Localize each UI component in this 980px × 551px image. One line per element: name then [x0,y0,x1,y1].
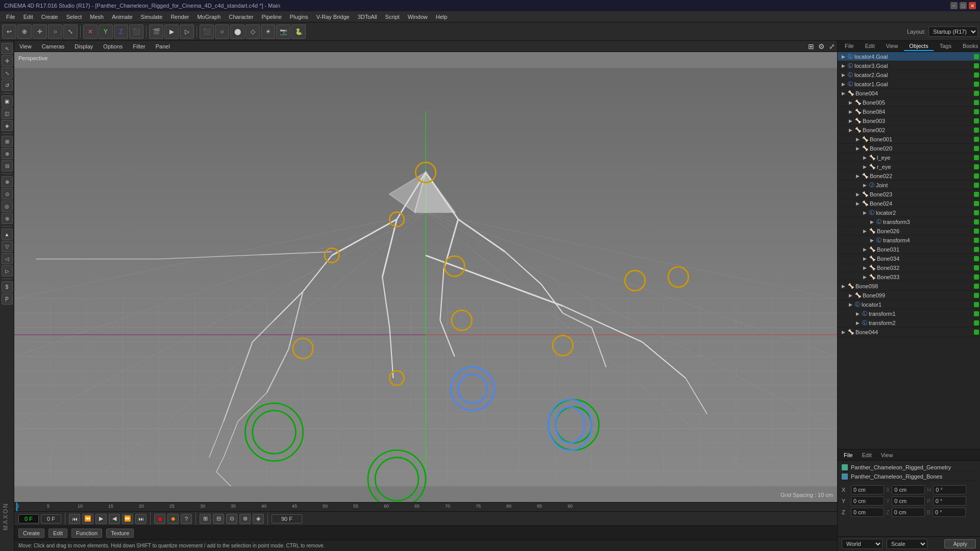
tool-move[interactable]: ✛ [2,55,13,66]
right-tab-view[interactable]: View [881,42,903,51]
tool-scale[interactable]: ⤡ [2,67,13,79]
toolbar-sphere[interactable]: ○ [215,24,229,39]
menu-item-file[interactable]: File [2,13,19,21]
frame-end-display[interactable]: 90 F [272,514,302,523]
tree-item[interactable]: ▶🦴Bone004 [838,89,980,98]
menu-item-window[interactable]: Window [404,13,432,21]
menu-item-animate[interactable]: Animate [108,13,136,21]
menu-item-script[interactable]: Script [381,13,404,21]
tree-item[interactable]: ▶Ⓛlocator1.Goal [838,80,980,89]
vp-menu-panel[interactable]: Panel [153,42,173,51]
menu-item-mesh[interactable]: Mesh [86,13,108,21]
menu-item-v-ray bridge[interactable]: V-Ray Bridge [312,13,354,21]
tool-select[interactable]: ↖ [2,43,13,54]
tree-item[interactable]: ▶🦴Bone084 [838,107,980,116]
toolbar-select[interactable]: ⊕ [17,24,32,39]
viewport[interactable]: Perspective [14,52,837,502]
tree-item[interactable]: ▶🦴Bone005 [838,98,980,107]
tool-knife[interactable]: ⊗ [2,176,13,187]
tool-snap[interactable]: ⊞ [2,136,13,147]
tool-mirror[interactable]: ⊟ [2,160,13,171]
coord-z-input[interactable] [851,508,884,517]
toolbar-z[interactable]: Z [114,24,128,39]
toolbar-move[interactable]: ✛ [33,24,47,39]
toolbar-python[interactable]: 🐍 [291,24,306,39]
toolbar-cam[interactable]: 📷 [276,24,290,39]
right-tab-file[interactable]: File [840,42,859,51]
vp-menu-display[interactable]: Display [71,42,96,51]
track-function-btn[interactable]: Function [71,529,102,538]
menu-item-mograph[interactable]: MoGraph [193,13,225,21]
timeline[interactable]: 051015202530354045505560657075808590 [14,502,837,511]
transport-key4[interactable]: ⊛ [239,514,251,524]
toolbar-coord[interactable]: ⬛ [129,24,143,39]
tree-item[interactable]: ▶Ⓛtransform4 [838,236,980,245]
transport-key[interactable]: ⊞ [200,514,211,524]
tree-item[interactable]: ▶🦴Bone032 [838,263,980,272]
close-button[interactable]: ✕ [969,2,976,9]
vp-menu-view[interactable]: View [16,42,35,51]
tree-item[interactable]: ▶Ⓛlocator4.Goal [838,52,980,61]
tool-sculpt3[interactable]: ◁ [2,253,13,264]
menu-item-select[interactable]: Select [62,13,86,21]
track-edit-btn[interactable]: Edit [48,529,67,538]
coord-x-input[interactable] [851,485,884,494]
toolbar-y[interactable]: Y [99,24,113,39]
coord-y-input[interactable] [851,496,884,506]
toolbar-cylinder[interactable]: ⬤ [230,24,244,39]
frame-start-display[interactable]: 0 F [18,514,39,523]
toolbar-x[interactable]: ✕ [83,24,97,39]
transport-prev[interactable]: ⏪ [82,514,93,524]
minimize-button[interactable]: − [950,2,958,9]
apply-button[interactable]: Apply [944,539,976,548]
tree-item[interactable]: ▶🦴Bone031 [838,245,980,254]
tree-item[interactable]: ▶🦴Bone034 [838,254,980,263]
tool-weld[interactable]: ⊛ [2,213,13,224]
tree-item[interactable]: ▶Ⓛlocator1 [838,300,980,309]
transport-key5[interactable]: ◈ [253,514,264,524]
toolbar-cube[interactable]: ⬛ [200,24,214,39]
menu-item-pipeline[interactable]: Pipeline [258,13,286,21]
transport-skip-end[interactable]: ⏭ [135,514,146,524]
toolbar-rotate[interactable]: ○ [48,24,62,39]
toolbar-light[interactable]: ☀ [261,24,275,39]
transport-key3[interactable]: ⊙ [226,514,237,524]
transport-play[interactable]: ▶ [95,514,107,524]
toolbar-render3[interactable]: ▷ [180,24,194,39]
track-texture-btn[interactable]: Texture [106,529,134,538]
timeline-playhead[interactable] [16,503,17,511]
tool-axis[interactable]: ⊕ [2,148,13,159]
tool-paint[interactable]: ◈ [2,120,13,131]
menu-item-simulate[interactable]: Simulate [137,13,167,21]
br-tab-file[interactable]: File [840,451,857,459]
scale-select[interactable]: Scale [887,539,927,549]
transport-help[interactable]: ? [181,514,192,524]
transport-record[interactable]: ⏺ [154,514,165,524]
coord-z2-input[interactable] [892,508,925,517]
br-tab-edit[interactable]: Edit [858,451,876,459]
tree-item[interactable]: ▶🦴Bone026 [838,227,980,236]
tree-item[interactable]: ▶🦴Bone098 [838,282,980,291]
transport-skip-start[interactable]: ⏮ [69,514,80,524]
maximize-button[interactable]: □ [960,2,967,9]
toolbar-render2[interactable]: ▶ [164,24,179,39]
tree-item[interactable]: ▶🦴Bone020 [838,144,980,153]
tree-item[interactable]: ▶ⒿJoint [838,181,980,190]
world-select[interactable]: World [842,539,883,549]
transport-play-rev[interactable]: ◀ [109,514,120,524]
vp-icon-layout[interactable]: ⊞ [808,42,814,51]
tree-item[interactable]: ▶🦴Bone003 [838,116,980,126]
tree-item[interactable]: ▶🦴Bone002 [838,126,980,135]
br-tab-view[interactable]: View [877,451,897,459]
tree-item[interactable]: ▶Ⓛlocator2.Goal [838,70,980,80]
right-tab-books[interactable]: Books [958,42,980,51]
coord-y2-input[interactable] [892,496,925,506]
menu-item-plugins[interactable]: Plugins [286,13,312,21]
frame-start2-display[interactable]: 0 F [41,514,61,523]
vp-icon-maximize[interactable]: ⤢ [829,42,835,51]
tree-item[interactable]: ▶Ⓛtransform2 [838,318,980,328]
tree-item[interactable]: ▶🦴Bone001 [838,135,980,144]
tree-item[interactable]: ▶🦴Bone099 [838,291,980,300]
tool-model[interactable]: ▣ [2,95,13,107]
tree-item[interactable]: ▶🦴Bone044 [838,328,980,337]
